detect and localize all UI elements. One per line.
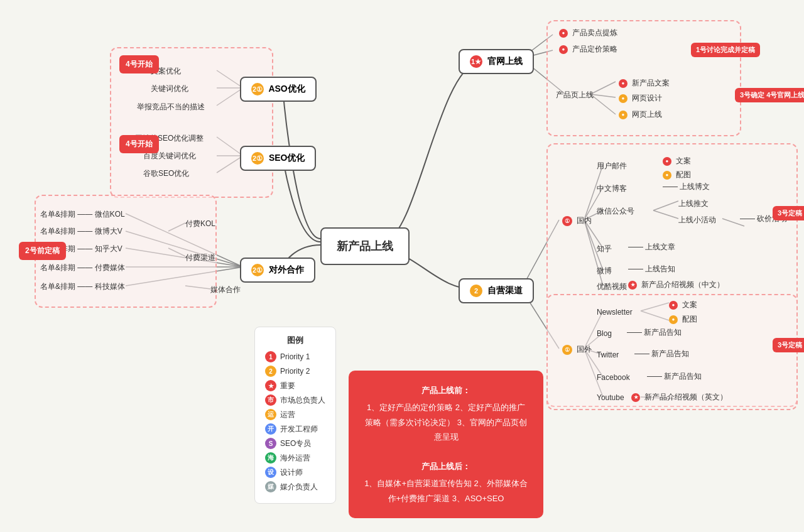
- nl-wanan: ● 文案: [669, 300, 697, 310]
- youjian-peitu: ● 配图: [663, 170, 691, 180]
- weixin-tuiwen: 上线推文: [678, 198, 709, 209]
- duiwai-item-weixin: 名单&排期 —— 微信KOL: [40, 209, 125, 220]
- duiwai-feikol: 付费KOL: [185, 219, 215, 229]
- legend-icon-designer: 设: [265, 467, 276, 478]
- legend-icon-media-person: 媒: [265, 481, 276, 492]
- guanwang-item2: ● 产品定价策略: [559, 44, 617, 55]
- duiwai-meiti: 媒体合作: [210, 285, 241, 295]
- guonei-zhongwen: 中文博客: [597, 183, 627, 194]
- badge-duiwai: 2①: [251, 264, 264, 276]
- info-after-title: 产品上线后：: [364, 459, 528, 474]
- legend-icon-important: ★: [265, 380, 276, 391]
- b-nl2: ●: [669, 315, 678, 324]
- node-duiwai: 2① 对外合作: [240, 258, 315, 283]
- guonei-youjian: 用户邮件: [597, 161, 627, 171]
- legend-ops: 运 运营: [265, 409, 325, 420]
- legend-icon-p1: 1: [265, 351, 276, 362]
- zhihu-wenzhang: —— 上线文章: [628, 242, 675, 252]
- b1: ●: [663, 157, 671, 166]
- nl-peitu: ● 配图: [669, 314, 697, 325]
- info-box: 产品上线前： 1、定好产品的定价策略 2、定好产品的推广策略（需多次讨论决定） …: [349, 371, 543, 518]
- duiwai-item-weibo-v: 名单&排期 —— 微博大V: [40, 226, 122, 237]
- b-nl1: ●: [669, 301, 678, 310]
- fb-gonggao: —— 新产品告知: [647, 371, 702, 382]
- legend-icon-overseas: 海: [265, 452, 276, 464]
- info-before-content: 1、定好产品的定价策略 2、定好产品的推广策略（需多次讨论决定） 3、官网的产品…: [364, 400, 528, 444]
- center-node: 新产品上线: [320, 227, 410, 265]
- b2: ●: [663, 171, 671, 180]
- weixin-xiaohd: 上线小活动: [678, 215, 716, 225]
- badge-seo: 2①: [251, 152, 264, 165]
- badge-sub1: ●: [619, 79, 627, 88]
- badge-aso: 2①: [251, 83, 264, 95]
- duiwai-feiqu: 付费渠道: [185, 252, 215, 263]
- duiwai-item-media: 名单&排期 —— 付费媒体: [40, 263, 125, 273]
- chanpin-sub3: ● 网页上线: [619, 109, 662, 120]
- legend-icon-p2: 2: [265, 366, 276, 377]
- blog-gonggao: —— 新产品告知: [627, 327, 682, 338]
- guowai-twitter: Twitter: [597, 350, 619, 359]
- ziy-guowai: ① 国外: [562, 344, 592, 355]
- duiwai-item-tech: 名单&排期 —— 科技媒体: [40, 281, 125, 292]
- legend-overseas: 海 海外运营: [265, 452, 325, 464]
- legend-title: 图例: [265, 335, 325, 346]
- info-after-content: 1、自媒体+自营渠道宣传告知 2、外部媒体合作+付费推广渠道 3、ASO+SEO: [364, 476, 528, 506]
- legend-priority2: 2 Priority 2: [265, 366, 325, 377]
- legend-important: ★ 重要: [265, 380, 325, 391]
- legend-seo-person: S SEO专员: [265, 438, 325, 449]
- badge-sub2: ●: [619, 94, 627, 103]
- legend-media-person: 媒 媒介负责人: [265, 481, 325, 492]
- tag-3-confirm-4-online: 3号确定 4号官网上线: [735, 88, 804, 102]
- tag-3-4-top: 3号定稿 4号上线: [773, 206, 804, 220]
- twitter-gonggao: —— 新产品告知: [634, 349, 689, 359]
- node-seo: 2① SEO优化: [240, 146, 316, 171]
- badge-guowai: ①: [562, 345, 572, 355]
- legend-icon-seo-person: S: [265, 438, 276, 449]
- weibo-gonggao: —— 上线告知: [628, 264, 675, 274]
- guowai-facebook: Facebook: [597, 373, 630, 382]
- chanpin-sub1: ● 新产品文案: [619, 78, 670, 89]
- legend-icon-market: 市: [265, 394, 276, 406]
- badge-star-guanwang: 1★: [470, 55, 482, 68]
- badge-guonei: ①: [562, 216, 572, 226]
- guowai-blog: Blog: [597, 329, 612, 338]
- seo-item-3: 谷歌SEO优化: [143, 168, 189, 179]
- legend-dev: 开 开发工程师: [265, 423, 325, 435]
- mind-map-canvas: 4号开始 4号开始 2号前定稿 新产品上线 1★ 官网上线 2 自营渠道 2① …: [0, 0, 804, 532]
- legend-box: 图例 1 Priority 1 2 Priority 2 ★ 重要 市 市场总负…: [254, 327, 336, 504]
- badge-item1: ●: [559, 29, 568, 38]
- tag-3-4-bot: 3号定稿 4号上线: [773, 338, 804, 352]
- guonei-youku: 优酷视频: [597, 281, 627, 292]
- youjian-wanan: ● 文案: [663, 156, 691, 166]
- legend-designer: 设 设计师: [265, 467, 325, 478]
- label-2-pre: 2号前定稿: [19, 242, 66, 260]
- chanpin-sub2: ● 网页设计: [619, 93, 662, 104]
- zhongwen-bowen: —— 上线博文: [663, 182, 710, 192]
- info-before-title: 产品上线前：: [364, 383, 528, 398]
- guanwang-item1: ● 产品卖点提炼: [559, 28, 617, 38]
- node-guanwang: 1★ 官网上线: [459, 49, 534, 74]
- guonei-weibo: 微博: [597, 266, 612, 276]
- youku-video: ★ 新产品介绍视频（中文）: [628, 280, 724, 290]
- node-aso: 2① ASO优化: [240, 77, 317, 102]
- guonei-zhihu: 知乎: [597, 244, 612, 254]
- legend-priority1: 1 Priority 1: [265, 351, 325, 362]
- tag-1-complete: 1号讨论完成并定稿: [691, 43, 760, 57]
- ziy-guonei: ① 国内: [562, 215, 592, 226]
- guanwang-chanpin: 产品页上线: [556, 90, 594, 100]
- legend-icon-ops: 运: [265, 409, 276, 420]
- legend-market: 市 市场总负责人: [265, 394, 325, 406]
- guonei-weixin: 微信公众号: [597, 206, 634, 217]
- node-ziyingqudao: 2 自营渠道: [459, 278, 534, 303]
- label-4-start-seo: 4号开始: [119, 135, 159, 153]
- badge-2-ziyingqudao: 2: [470, 285, 482, 297]
- yt-video: ★ 新产品介绍视频（英文）: [631, 392, 727, 403]
- badge-sub3: ●: [619, 111, 627, 119]
- guowai-newsletter: Newsletter: [597, 308, 633, 317]
- label-4-start-aso: 4号开始: [119, 55, 159, 73]
- aso-item-3: 举报竞品不当的描述: [137, 102, 205, 112]
- aso-item-2: 关键词优化: [151, 84, 188, 94]
- legend-icon-dev: 开: [265, 423, 276, 435]
- b-youku: ★: [628, 281, 637, 290]
- badge-item2: ●: [559, 45, 568, 54]
